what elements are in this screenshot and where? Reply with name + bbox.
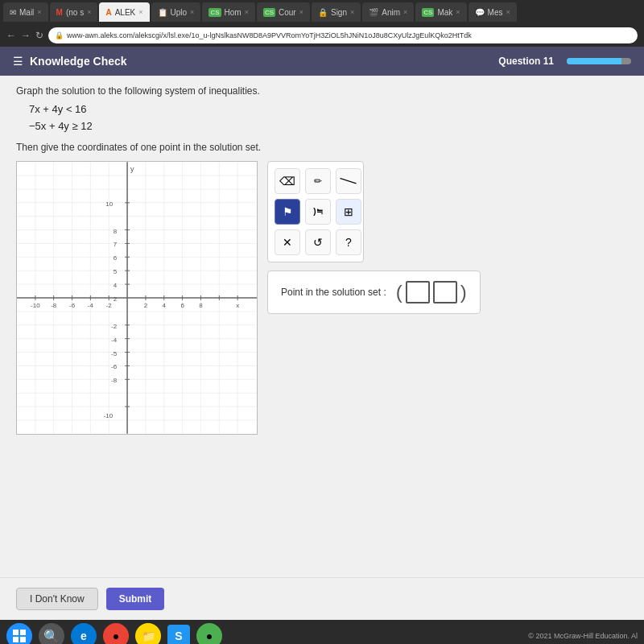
upload-icon: 📋	[158, 8, 167, 17]
svg-text:6: 6	[180, 302, 184, 309]
submit-button[interactable]: Submit	[106, 588, 165, 610]
pencil-button[interactable]: ✏	[305, 168, 331, 194]
tab-mail[interactable]: ✉ Mail ×	[3, 2, 48, 22]
search-icon[interactable]: 🔍	[39, 623, 64, 644]
copyright-text: © 2021 McGraw-Hill Education. Al	[528, 632, 638, 640]
close-icon[interactable]: ×	[138, 8, 142, 16]
svg-rect-81	[13, 630, 19, 635]
tab-cour[interactable]: CS Cour ×	[257, 2, 310, 22]
close-icon[interactable]: ×	[456, 8, 460, 16]
eraser-icon: ⌫	[279, 175, 295, 188]
aleks-icon: A	[105, 8, 111, 17]
svg-text:-8: -8	[111, 377, 118, 384]
tab-mes[interactable]: 💬 Mes ×	[469, 2, 517, 22]
svg-text:y: y	[130, 165, 134, 173]
help-button[interactable]: ?	[336, 229, 361, 255]
open-paren: (	[396, 283, 402, 302]
tools-panel: ⌫ ✏ ╲ ⚑ )≒ ⊞	[267, 161, 364, 262]
page-body: Graph the solution to the following syst…	[0, 76, 644, 577]
back-button[interactable]: ←	[6, 30, 16, 41]
svg-text:10: 10	[105, 200, 113, 207]
cross-button[interactable]: ✕	[275, 229, 300, 255]
svg-text:7: 7	[114, 241, 118, 248]
flag-icon: ⚑	[283, 205, 293, 218]
taskbar: 🔍 e ● 📁 S ● © 2021 McGraw-Hill Education…	[0, 620, 644, 644]
svg-text:-10: -10	[31, 302, 40, 309]
hamburger-icon[interactable]: ☰	[13, 55, 23, 68]
graph-container[interactable]: y 10 8 7 6 5 4 2 -2 -4 -5 -6 -8 -10	[16, 161, 258, 435]
undo-icon: ↺	[313, 236, 323, 249]
folder-icon[interactable]: 📁	[135, 623, 161, 644]
refresh-button[interactable]: ↻	[35, 30, 43, 41]
knowledge-check-header: ☰ Knowledge Check Question 11	[0, 47, 644, 76]
coordinate-graph: y 10 8 7 6 5 4 2 -2 -4 -5 -6 -8 -10	[17, 162, 257, 434]
close-paren: )	[460, 283, 467, 302]
svg-text:-2: -2	[111, 322, 118, 329]
grid-icon: ⊞	[344, 205, 353, 218]
tab-bar: ✉ Mail × M (no s × A ALEK × 📋 Uplo × CS …	[0, 0, 644, 24]
solution-set-row: Point in the solution set : ( )	[281, 281, 467, 303]
svg-text:-4: -4	[111, 336, 118, 343]
svg-text:2: 2	[144, 302, 148, 309]
close-icon[interactable]: ×	[245, 8, 249, 16]
close-icon[interactable]: ×	[299, 8, 303, 16]
s-icon[interactable]: S	[167, 625, 190, 644]
inequality-2: −5x + 4y ≥ 12	[29, 118, 628, 135]
url-bar[interactable]: 🔒 www-awn.aleks.com/alekscgi/x/lsl.exe/1…	[48, 27, 638, 43]
lock-icon: 🔒	[55, 31, 64, 39]
question-label: Question 11	[498, 56, 554, 67]
x-coordinate-input[interactable]	[406, 281, 430, 303]
close-icon[interactable]: ×	[350, 8, 354, 16]
coord-instruction: Then give the coordinates of one point i…	[16, 142, 628, 153]
pencil-icon: ✏	[314, 175, 322, 187]
gmail-icon: M	[56, 8, 63, 17]
problem-instruction: Graph the solution to the following syst…	[16, 85, 628, 97]
bottom-bar: I Don't Know Submit	[0, 577, 644, 620]
green-circle-icon[interactable]: ●	[196, 623, 222, 644]
cs3-icon: CS	[422, 8, 434, 17]
close-icon[interactable]: ×	[37, 8, 41, 16]
close-icon[interactable]: ×	[190, 8, 194, 16]
forward-button[interactable]: →	[21, 30, 31, 41]
chrome-icon[interactable]: ●	[103, 623, 129, 644]
header-title: Knowledge Check	[30, 55, 492, 68]
cross-icon: ✕	[283, 236, 292, 249]
tab-mak[interactable]: CS Mak ×	[415, 2, 466, 22]
svg-text:8: 8	[114, 227, 118, 234]
chat-icon: 💬	[475, 8, 485, 17]
tab-alek[interactable]: A ALEK ×	[99, 2, 149, 22]
windows-icon[interactable]	[6, 623, 32, 644]
line-button[interactable]: ╲	[336, 168, 361, 194]
inequalities: 7x + 4y < 16 −5x + 4y ≥ 12	[29, 101, 628, 135]
svg-rect-83	[13, 637, 19, 642]
mail-icon: ✉	[10, 8, 16, 17]
help-icon: ?	[345, 236, 352, 249]
close-icon[interactable]: ×	[87, 8, 91, 16]
tab-anim[interactable]: 🎬 Anim ×	[362, 2, 414, 22]
grid-button[interactable]: ⊞	[336, 199, 361, 225]
y-coordinate-input[interactable]	[433, 281, 457, 303]
tab-nos[interactable]: M (no s ×	[50, 2, 98, 22]
undo-button[interactable]: ↺	[305, 229, 331, 255]
line-icon: ╲	[341, 172, 357, 189]
tab-sign[interactable]: 🔒 Sign ×	[312, 2, 361, 22]
tab-hom[interactable]: CS Hom ×	[202, 2, 255, 22]
svg-text:5: 5	[114, 268, 118, 275]
formula-button[interactable]: )≒	[305, 199, 331, 225]
tab-uplo[interactable]: 📋 Uplo ×	[151, 2, 201, 22]
svg-rect-84	[20, 637, 26, 642]
address-bar: ← → ↻ 🔒 www-awn.aleks.com/alekscgi/x/lsl…	[0, 24, 644, 47]
flag-button[interactable]: ⚑	[275, 199, 300, 225]
svg-text:-6: -6	[69, 302, 76, 309]
dont-know-button[interactable]: I Don't Know	[16, 588, 98, 610]
svg-text:x: x	[236, 302, 239, 309]
work-area: y 10 8 7 6 5 4 2 -2 -4 -5 -6 -8 -10	[16, 161, 628, 435]
cs2-icon: CS	[263, 8, 275, 17]
video-icon: 🎬	[369, 8, 378, 17]
edge-browser-icon[interactable]: e	[71, 623, 97, 644]
close-icon[interactable]: ×	[506, 8, 510, 16]
close-icon[interactable]: ×	[403, 8, 407, 16]
eraser-button[interactable]: ⌫	[275, 168, 300, 194]
svg-text:-4: -4	[88, 302, 94, 309]
lock-icon: 🔒	[318, 8, 328, 17]
